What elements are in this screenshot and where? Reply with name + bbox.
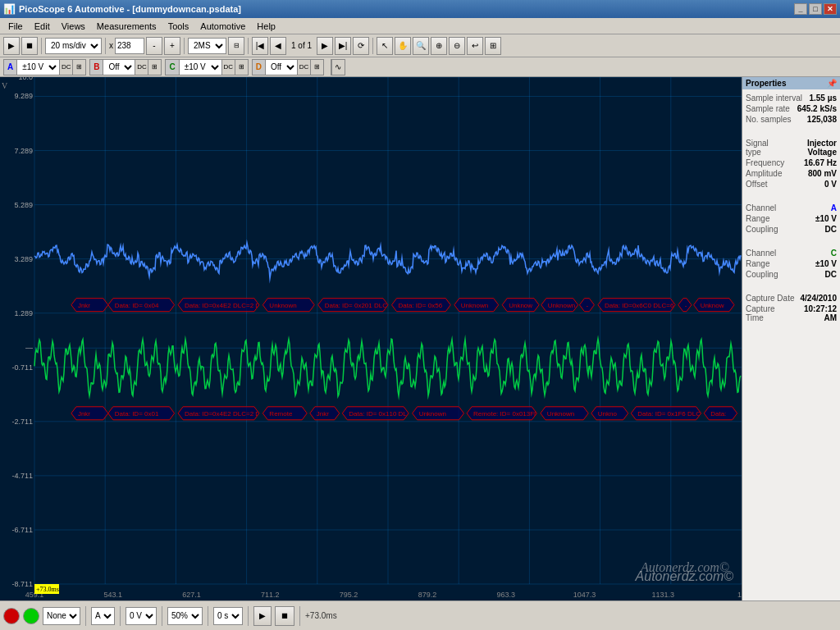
menu-edit[interactable]: Edit xyxy=(30,20,55,33)
capture-size-select[interactable]: 2MS xyxy=(188,38,226,54)
tb-sep1 xyxy=(41,38,42,54)
channel-a-dc[interactable]: DC xyxy=(59,60,72,75)
zoom-input[interactable] xyxy=(115,38,144,54)
status-voltage-select[interactable]: 0 V xyxy=(126,607,157,625)
prop-capture-time: Capture Time 10:27:12 AM xyxy=(746,304,837,323)
minimize-button[interactable]: _ xyxy=(794,3,807,15)
prop-coupling-c: Coupling DC xyxy=(746,269,837,280)
prop-frequency: Frequency 16.67 Hz xyxy=(746,158,837,168)
hand-button[interactable]: ✋ xyxy=(395,37,411,55)
prop-offset-key: Offset xyxy=(746,180,768,189)
channel-b-dc[interactable]: DC xyxy=(135,60,148,75)
prop-offset: Offset 0 V xyxy=(746,179,837,189)
prop-range-c: Range ±10 V xyxy=(746,258,837,269)
zoom-area-button[interactable]: 🔍 xyxy=(413,37,429,55)
prop-capture-date: Capture Date 4/24/2010 xyxy=(746,293,837,304)
zoom-out-button[interactable]: ⊖ xyxy=(449,37,465,55)
status-percent-select[interactable]: 50% xyxy=(167,607,203,625)
channel-a-group: A ±10 V DC ⊞ xyxy=(3,59,86,75)
channel-a-label: A xyxy=(4,60,17,75)
properties-pin-icon[interactable]: 📌 xyxy=(827,79,837,88)
scope-area: V Autonerdz.com© xyxy=(0,77,742,600)
prop-sample-rate: Sample rate 645.2 kS/s xyxy=(746,103,837,114)
prop-capture-date-key: Capture Date xyxy=(746,294,794,303)
status-run-button[interactable]: ▶ xyxy=(253,606,272,626)
titlebar-left: 📊 PicoScope 6 Automotive - [dummydowncan… xyxy=(3,3,241,15)
properties-title: Properties 📌 xyxy=(742,77,840,89)
prop-signal-type-val: Injector Voltage xyxy=(782,139,837,157)
zoom-plus[interactable]: + xyxy=(164,37,180,55)
prop-section-signal: Signal type Injector Voltage Frequency 1… xyxy=(746,138,837,189)
channel-d-range[interactable]: Off xyxy=(266,60,297,75)
prop-divider2 xyxy=(746,196,837,203)
app-icon: 📊 xyxy=(3,3,16,15)
prop-ch-a-key: Channel xyxy=(746,203,776,212)
prop-sample-rate-val: 645.2 kS/s xyxy=(797,104,837,113)
status-time-select[interactable]: 0 s xyxy=(213,607,243,625)
prop-amp-key: Amplitude xyxy=(746,169,782,178)
channel-c-dc[interactable]: DC xyxy=(221,60,235,75)
timebase-select[interactable]: 20 ms/div xyxy=(45,38,102,54)
close-button[interactable]: ✕ xyxy=(824,3,837,15)
menu-measurements[interactable]: Measurements xyxy=(92,20,162,33)
channel-b-range[interactable]: Off xyxy=(103,60,135,75)
prop-signal-type-key: Signal type xyxy=(746,139,782,157)
tb-sep3 xyxy=(184,38,185,54)
page-indicator: 1 of 1 xyxy=(288,41,315,50)
toolbar: ▶ ⏹ 20 ms/div x - + 2MS ⊟ |◀ ◀ 1 of 1 ▶ … xyxy=(0,34,840,57)
prop-ch-c-key: Channel xyxy=(746,249,776,258)
properties-panel: Properties 📌 Sample interval 1.55 µs Sam… xyxy=(742,77,840,600)
run-button[interactable]: ▶ xyxy=(3,37,20,55)
status-sep6 xyxy=(299,606,300,626)
next-button[interactable]: ▶ xyxy=(317,37,333,55)
prop-section-channel-c: Channel C Range ±10 V Coupling DC xyxy=(746,248,837,280)
cursor-button[interactable]: ↖ xyxy=(377,37,393,55)
channel-c-range[interactable]: ±10 V xyxy=(180,60,221,75)
menu-tools[interactable]: Tools xyxy=(163,20,194,33)
prop-amplitude: Amplitude 800 mV xyxy=(746,168,837,179)
prop-sample-rate-key: Sample rate xyxy=(746,104,790,113)
channel-c-icon[interactable]: ⊞ xyxy=(235,60,248,75)
prev-button[interactable]: ◀ xyxy=(270,37,286,55)
status-none-select[interactable]: None xyxy=(43,607,80,625)
refresh-button[interactable]: ⟳ xyxy=(353,37,369,55)
prop-no-samples-key: No. samples xyxy=(746,115,792,124)
channel-c-label: C xyxy=(166,60,179,75)
next-last-button[interactable]: ▶| xyxy=(335,37,351,55)
menu-views[interactable]: Views xyxy=(57,20,90,33)
stop-button[interactable]: ⏹ xyxy=(21,37,38,55)
status-sep3 xyxy=(162,606,162,626)
fit-button[interactable]: ⊞ xyxy=(485,37,501,55)
prop-ch-a: Channel A xyxy=(746,203,837,213)
titlebar-controls[interactable]: _ □ ✕ xyxy=(794,3,837,15)
prop-sample-interval-val: 1.55 µs xyxy=(809,94,837,103)
status-stop-button[interactable]: ⏹ xyxy=(275,606,294,626)
prop-section-date: Capture Date 4/24/2010 Capture Time 10:2… xyxy=(746,293,837,323)
status-indicator xyxy=(3,608,20,624)
properties-title-label: Properties xyxy=(746,79,786,88)
titlebar-title: PicoScope 6 Automotive - [dummydowncan.p… xyxy=(19,4,241,14)
menu-automotive[interactable]: Automotive xyxy=(195,20,250,33)
prop-no-samples: No. samples 125,038 xyxy=(746,114,837,125)
channel-b-icon[interactable]: ⊞ xyxy=(148,60,161,75)
channel-a-icon[interactable]: ⊞ xyxy=(72,60,85,75)
zoom-in-button[interactable]: ⊕ xyxy=(431,37,447,55)
prop-ch-c: Channel C xyxy=(746,248,837,258)
channel-b-group: B Off DC ⊞ xyxy=(89,59,162,75)
maximize-button[interactable]: □ xyxy=(809,3,822,15)
undo-zoom-button[interactable]: ↩ xyxy=(467,37,483,55)
menu-file[interactable]: File xyxy=(3,20,28,33)
prop-range-a-val: ±10 V xyxy=(815,214,837,223)
channel-a-range[interactable]: ±10 V xyxy=(17,60,59,75)
status-channel-select[interactable]: A xyxy=(91,607,115,625)
waveform-canvas[interactable] xyxy=(0,77,742,600)
titlebar: 📊 PicoScope 6 Automotive - [dummydowncan… xyxy=(0,0,840,18)
zoom-minus[interactable]: - xyxy=(146,37,162,55)
channel-d-dc[interactable]: DC xyxy=(297,60,310,75)
prev-first-button[interactable]: |◀ xyxy=(252,37,268,55)
channel-d-icon[interactable]: ⊞ xyxy=(310,60,323,75)
prop-coupling-a-val: DC xyxy=(825,225,837,234)
menu-help[interactable]: Help xyxy=(252,20,281,33)
tb-sep4 xyxy=(248,38,249,54)
prop-capture-time-key: Capture Time xyxy=(746,304,792,322)
